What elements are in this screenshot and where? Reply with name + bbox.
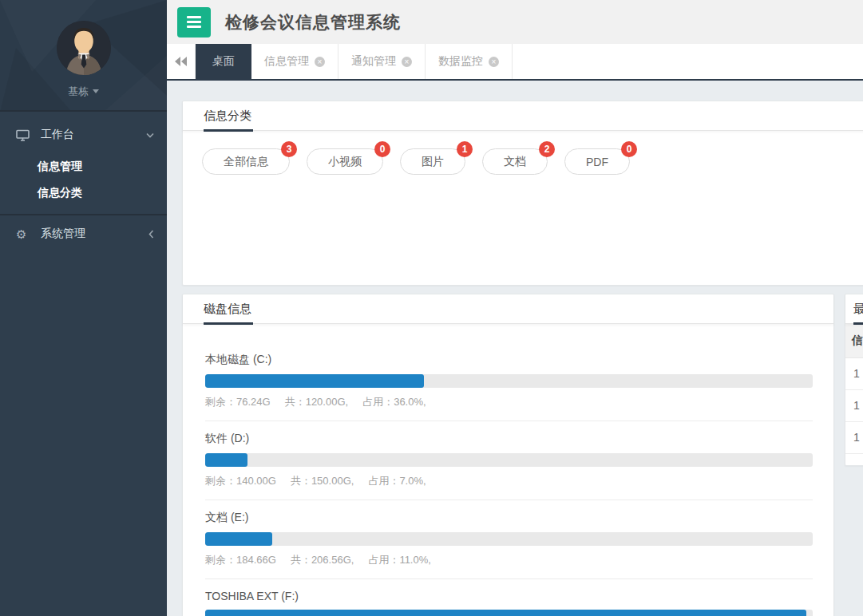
- latest-info-panel: 最 信 1 1 1: [845, 294, 863, 466]
- pill-all-info: 全部信息 3: [202, 148, 290, 175]
- disk-list: 本地磁盘 (C:) 剩余：76.24G共：120.00G,占用：36.0%, 软…: [183, 324, 833, 616]
- category-pill-row: 全部信息 3 小视频 0 图片 1 文档 2: [183, 131, 863, 175]
- disk-progress-track: [205, 610, 813, 616]
- main-area: 检修会议信息管理系统 桌面 信息管理 × 通知管理 × 数据监控 ×: [167, 0, 863, 616]
- close-tab-icon[interactable]: ×: [402, 57, 412, 67]
- sidebar: 基栋 工作台 信息管理 信息分类 ⚙ 系统管理: [0, 0, 167, 616]
- caret-down-icon: [93, 89, 99, 93]
- category-button[interactable]: PDF: [564, 148, 630, 175]
- user-menu[interactable]: 基栋: [0, 85, 167, 99]
- panel-title: 最: [853, 302, 863, 317]
- pill-short-video: 小视频 0: [307, 148, 383, 175]
- sidebar-item-info-category[interactable]: 信息分类: [0, 180, 167, 206]
- disk-name: 文档 (E:): [205, 511, 813, 525]
- disk-progress-track: [205, 532, 813, 546]
- tab-info-management[interactable]: 信息管理 ×: [251, 44, 338, 79]
- panel-header: 最: [845, 294, 863, 324]
- pill-document: 文档 2: [482, 148, 548, 175]
- category-button[interactable]: 全部信息: [202, 148, 290, 175]
- panel-footer-spacer: [845, 454, 863, 465]
- count-badge: 0: [374, 141, 390, 157]
- disk-row-f: TOSHIBA EXT (F:) 剩余：20.45G共：1863.01G,占用：…: [205, 590, 813, 616]
- count-badge: 1: [457, 141, 473, 157]
- cogs-icon: ⚙: [16, 228, 30, 240]
- table-row[interactable]: 1: [845, 421, 863, 453]
- disk-stats: 剩余：184.66G共：206.56G,占用：11.0%,: [205, 553, 813, 567]
- tab-bar: 桌面 信息管理 × 通知管理 × 数据监控 ×: [167, 44, 863, 81]
- user-panel: 基栋: [0, 0, 167, 112]
- panel-title: 磁盘信息: [204, 302, 251, 317]
- category-button[interactable]: 文档: [482, 148, 548, 175]
- active-title-underline: [204, 322, 253, 325]
- tab-label: 信息管理: [264, 54, 309, 69]
- close-tab-icon[interactable]: ×: [489, 57, 499, 67]
- disk-row-e: 文档 (E:) 剩余：184.66G共：206.56G,占用：11.0%,: [205, 511, 813, 579]
- sidebar-nav: 工作台 信息管理 信息分类 ⚙ 系统管理: [0, 112, 167, 252]
- disk-stats: 剩余：140.00G共：150.00G,占用：7.0%,: [205, 474, 813, 488]
- monitor-icon: [16, 129, 30, 141]
- panel-title: 信息分类: [204, 109, 251, 124]
- disk-progress-track: [205, 374, 813, 388]
- close-tab-icon[interactable]: ×: [315, 57, 325, 67]
- app-title: 检修会议信息管理系统: [225, 11, 401, 34]
- chevron-left-icon: [148, 230, 154, 239]
- table-row[interactable]: 1: [845, 357, 863, 389]
- avatar[interactable]: [57, 21, 111, 75]
- hamburger-icon: [187, 16, 201, 18]
- count-badge: 3: [281, 141, 297, 157]
- category-button[interactable]: 小视频: [307, 148, 383, 175]
- info-category-panel: 信息分类 全部信息 3 小视频 0 图片 1: [182, 101, 863, 286]
- disk-stats: 剩余：76.24G共：120.00G,占用：36.0%,: [205, 395, 813, 409]
- content-area: 信息分类 全部信息 3 小视频 0 图片 1: [167, 81, 863, 616]
- active-title-underline: [853, 322, 863, 325]
- menu-toggle-button[interactable]: [177, 7, 211, 38]
- table-row[interactable]: 1: [845, 389, 863, 421]
- pill-image: 图片 1: [400, 148, 465, 175]
- category-button[interactable]: 图片: [400, 148, 465, 175]
- sidebar-item-info-management[interactable]: 信息管理: [0, 153, 167, 180]
- active-title-underline: [204, 129, 253, 132]
- count-badge: 2: [539, 141, 555, 157]
- disk-name: TOSHIBA EXT (F:): [205, 590, 813, 602]
- workbench-submenu: 信息管理 信息分类: [0, 153, 167, 215]
- panel-header: 信息分类: [183, 101, 863, 131]
- table-column-header: 信: [845, 324, 863, 357]
- pill-pdf: PDF 0: [564, 148, 630, 175]
- collapse-tabs-button[interactable]: [167, 44, 196, 79]
- count-badge: 0: [621, 141, 637, 157]
- tab-label: 桌面: [212, 54, 235, 69]
- tab-label: 通知管理: [351, 54, 396, 69]
- sidebar-item-workbench[interactable]: 工作台: [0, 116, 167, 153]
- disk-row-c: 本地磁盘 (C:) 剩余：76.24G共：120.00G,占用：36.0%,: [205, 353, 813, 421]
- double-chevron-left-icon: [175, 57, 188, 66]
- disk-progress-fill: [205, 532, 272, 546]
- chevron-down-icon: [146, 132, 154, 138]
- sidebar-item-label: 系统管理: [41, 227, 148, 241]
- tab-data-monitor[interactable]: 数据监控 ×: [426, 44, 513, 79]
- latest-info-table: 信 1 1 1: [845, 324, 863, 454]
- sidebar-item-label: 工作台: [41, 128, 146, 142]
- disk-progress-fill: [205, 610, 806, 616]
- panel-header: 磁盘信息: [183, 294, 833, 324]
- tab-desktop[interactable]: 桌面: [196, 44, 251, 79]
- top-header: 检修会议信息管理系统: [167, 0, 863, 44]
- tab-label: 数据监控: [438, 54, 483, 69]
- disk-row-d: 软件 (D:) 剩余：140.00G共：150.00G,占用：7.0%,: [205, 432, 813, 500]
- disk-info-panel: 磁盘信息 本地磁盘 (C:) 剩余：76.24G共：120.00G,占用：36.…: [182, 294, 834, 616]
- user-name-label: 基栋: [68, 85, 89, 97]
- sidebar-item-system-management[interactable]: ⚙ 系统管理: [0, 215, 167, 252]
- disk-name: 软件 (D:): [205, 432, 813, 446]
- tab-notice-management[interactable]: 通知管理 ×: [338, 44, 426, 79]
- disk-progress-fill: [205, 374, 424, 388]
- disk-progress-track: [205, 453, 813, 467]
- avatar-illustration: [57, 21, 111, 75]
- disk-progress-fill: [205, 453, 247, 467]
- disk-name: 本地磁盘 (C:): [205, 353, 813, 367]
